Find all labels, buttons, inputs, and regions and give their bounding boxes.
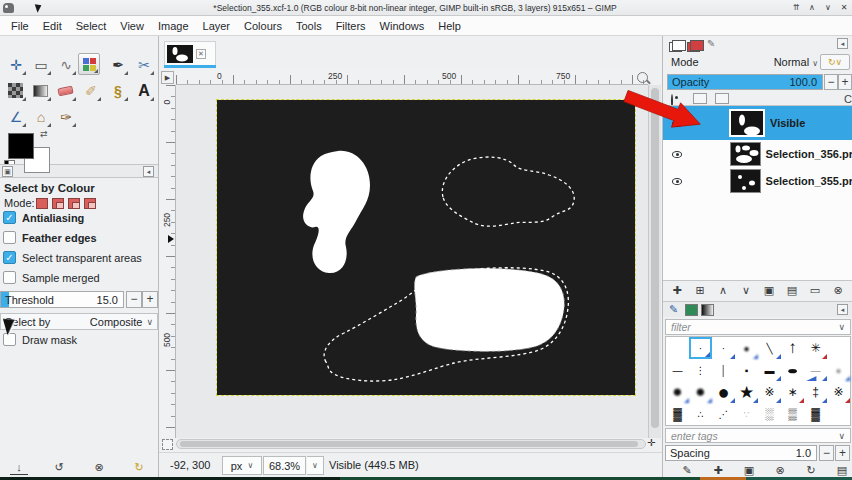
raise-layer-button[interactable]: ∧ <box>713 283 733 299</box>
eraser-tool[interactable] <box>55 80 77 102</box>
brush-swatch[interactable]: — <box>804 359 827 381</box>
merge-layer-button[interactable]: ▤ <box>782 283 802 299</box>
mode-subtract-icon[interactable] <box>68 198 80 209</box>
smudge-tool[interactable]: ✐ <box>80 80 102 102</box>
delete-tool-preset-button[interactable]: ⊗ <box>90 460 108 475</box>
threshold-increase-button[interactable]: + <box>142 291 158 308</box>
menu-view[interactable]: View <box>113 18 151 34</box>
brush-swatch[interactable]: ╲ <box>758 337 781 359</box>
spacing-decrease-button[interactable]: − <box>819 445 834 461</box>
tab-close-icon[interactable]: ✕ <box>196 49 206 59</box>
horizontal-ruler[interactable]: 0 250 500 750 <box>176 70 648 85</box>
brush-swatch[interactable]: ▓ <box>666 403 689 425</box>
brush-swatch[interactable]: — <box>666 359 689 381</box>
channels-tab-icon[interactable] <box>687 42 700 52</box>
menu-select[interactable]: Select <box>69 18 114 34</box>
brush-swatch[interactable]: ↑ <box>781 337 804 359</box>
threshold-decrease-button[interactable]: − <box>126 291 142 308</box>
mode-intersect-icon[interactable] <box>84 198 96 209</box>
gradient-tool[interactable] <box>30 80 52 102</box>
spacing-increase-button[interactable]: + <box>835 445 850 461</box>
brush-swatch[interactable]: ★ <box>735 381 758 403</box>
brush-swatch-selected[interactable]: · <box>689 337 712 359</box>
paintbrush-tool[interactable]: ✑ <box>55 106 77 128</box>
zoom-dropdown-button[interactable]: ∨ <box>307 456 324 475</box>
unit-dropdown[interactable]: px ∨ <box>222 456 262 475</box>
horizontal-scrollbar[interactable] <box>176 439 646 449</box>
quick-mask-toggle[interactable] <box>162 439 173 450</box>
brush-swatch[interactable]: ● <box>689 381 712 403</box>
ruler-corner-button[interactable]: ▶ <box>161 71 174 84</box>
dock-menu-icon[interactable]: ◂ <box>837 38 848 49</box>
feather-edges-checkbox[interactable] <box>3 231 16 244</box>
rectangle-select-tool[interactable]: ▭ <box>30 54 52 76</box>
foreground-colour-swatch[interactable] <box>8 133 34 159</box>
brush-swatch[interactable]: ● <box>666 381 689 403</box>
measure-tool[interactable]: ∠ <box>5 106 27 128</box>
zoom-value-box[interactable]: 68.3% <box>263 456 306 475</box>
brush-swatch[interactable]: ● <box>827 359 850 381</box>
layer-visibility-icon[interactable] <box>672 120 683 127</box>
text-tool[interactable]: A <box>133 80 155 102</box>
mode-replace-icon[interactable] <box>36 198 48 209</box>
brush-swatch[interactable] <box>666 337 689 359</box>
brushes-tab-icon[interactable]: ✎ <box>669 303 678 316</box>
gradients-tab-icon[interactable] <box>701 304 714 316</box>
opacity-increase-button[interactable]: + <box>838 74 852 90</box>
layer-visibility-icon[interactable] <box>672 178 682 185</box>
brush-swatch[interactable]: ‡ <box>804 381 827 403</box>
vertical-scrollbar[interactable] <box>648 85 661 438</box>
brush-swatch[interactable]: ※ <box>758 381 781 403</box>
delete-layer-button[interactable]: ⊗ <box>828 283 848 299</box>
opacity-decrease-button[interactable]: − <box>824 74 838 90</box>
vertical-scrollbar-thumb[interactable] <box>651 88 659 428</box>
ruler-zoom-icon[interactable] <box>637 72 648 83</box>
new-layer-button[interactable]: ✚ <box>667 283 687 299</box>
brush-swatch[interactable]: · <box>712 337 735 359</box>
dock-menu-icon[interactable]: ◂ <box>837 304 848 315</box>
pattern-fill-tool[interactable] <box>5 80 27 102</box>
antialiasing-row[interactable]: ✓ Antialiasing <box>3 211 84 224</box>
close-button[interactable]: ✕ <box>836 2 852 14</box>
paths-tool[interactable]: ✒ <box>107 54 129 76</box>
brush-swatch[interactable]: ⋮ <box>689 359 712 381</box>
menu-tools[interactable]: Tools <box>289 18 329 34</box>
brush-swatch[interactable]: ✳ <box>804 337 827 359</box>
minimize-button[interactable]: ∨ <box>820 2 836 14</box>
patterns-tab-icon[interactable] <box>685 304 698 316</box>
select-transparent-row[interactable]: ✓ Select transparent areas <box>3 251 142 264</box>
brush-swatch[interactable] <box>827 403 850 425</box>
layer-row-selection-355[interactable]: Selection_355.pr <box>663 168 852 194</box>
menu-layer[interactable]: Layer <box>196 18 238 34</box>
menu-windows[interactable]: Windows <box>373 18 432 34</box>
brush-swatch[interactable]: ∴ <box>689 403 712 425</box>
brush-filter-field[interactable]: filter ∨ <box>665 319 851 335</box>
menu-help[interactable]: Help <box>431 18 468 34</box>
image-canvas[interactable] <box>217 100 635 395</box>
brush-swatch[interactable]: ※ <box>827 381 850 403</box>
clone-tool[interactable]: ⌂ <box>30 106 52 128</box>
lock-alpha-button[interactable] <box>715 93 729 104</box>
tool-options-tab-icon[interactable]: ▣ <box>2 166 13 177</box>
select-transparent-checkbox[interactable]: ✓ <box>3 251 16 264</box>
canvas-viewport[interactable] <box>176 85 648 438</box>
sample-merged-row[interactable]: Sample merged <box>3 271 100 284</box>
opacity-slider[interactable]: Opacity 100.0 <box>667 74 823 90</box>
brush-swatch[interactable]: ▒ <box>781 403 804 425</box>
move-tool[interactable]: ✛ <box>5 54 27 76</box>
brush-swatch[interactable]: ▪ <box>735 359 758 381</box>
brush-swatch[interactable]: ∵ <box>735 403 758 425</box>
draw-mask-checkbox[interactable] <box>3 333 16 346</box>
mode-add-icon[interactable] <box>52 198 64 209</box>
lower-layer-button[interactable]: ∨ <box>736 283 756 299</box>
layer-row-visible[interactable]: Visible <box>663 106 852 140</box>
free-select-tool[interactable]: ∿ <box>55 54 77 76</box>
brush-swatch[interactable]: ● <box>712 381 735 403</box>
menu-edit[interactable]: Edit <box>36 18 69 34</box>
duplicate-layer-button[interactable]: ▣ <box>759 283 779 299</box>
layer-row-selection-356[interactable]: Selection_356.pr <box>663 141 852 167</box>
layer-visibility-icon[interactable] <box>672 151 682 158</box>
reset-tool-preset-button[interactable]: ↻ <box>130 460 148 475</box>
new-layer-group-button[interactable]: ⊞ <box>690 283 710 299</box>
draw-mask-row[interactable]: Draw mask <box>3 333 77 346</box>
